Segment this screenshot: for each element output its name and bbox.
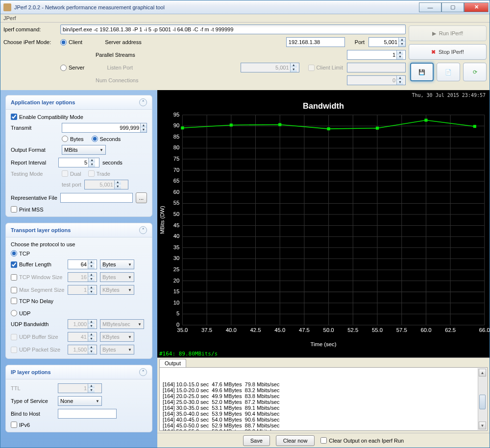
svg-text:25: 25 xyxy=(173,266,180,272)
enable-compat-checkbox[interactable]: Enable Compatibility Mode xyxy=(11,114,147,120)
maximize-button[interactable]: ▢ xyxy=(441,2,464,12)
export-icon-button[interactable]: 📄 xyxy=(437,63,460,81)
bytes-radio[interactable]: Bytes xyxy=(62,136,84,142)
buffer-length-checkbox[interactable]: Buffer Length xyxy=(11,261,65,268)
parallel-streams-spinner[interactable]: ▲▼ xyxy=(347,50,406,60)
num-connections-spinner: ▲▼ xyxy=(347,75,406,85)
tcp-window-checkbox[interactable]: TCP Window Size xyxy=(11,274,65,281)
svg-text:57.5: 57.5 xyxy=(396,327,407,333)
clear-now-button[interactable]: Clear now xyxy=(276,435,315,446)
iperf-command-field[interactable] xyxy=(60,24,406,34)
udp-radio[interactable]: UDP xyxy=(11,310,147,316)
svg-text:MBits (DW): MBits (DW) xyxy=(159,206,165,234)
stop-iperf-button[interactable]: ✖ Stop IPerf! xyxy=(409,44,487,60)
svg-text:55: 55 xyxy=(173,200,180,206)
svg-text:35.0: 35.0 xyxy=(177,327,188,333)
tos-label: Type of Service xyxy=(11,398,55,404)
print-mss-checkbox[interactable]: Print MSS xyxy=(11,206,147,212)
transport-layer-group: Transport layer options˄ Choose the prot… xyxy=(5,223,152,359)
scroll-thumb[interactable] xyxy=(479,395,486,409)
scroll-down-icon[interactable]: ▼ xyxy=(479,422,486,429)
svg-text:30: 30 xyxy=(173,255,180,261)
svg-text:40: 40 xyxy=(173,233,180,239)
tos-select[interactable]: None▼ xyxy=(58,396,102,406)
output-text[interactable]: [164] 10.0-15.0 sec 47.6 MBytes 79.8 Mbi… xyxy=(159,367,488,431)
output-save-button[interactable]: Save xyxy=(243,435,270,446)
svg-rect-75 xyxy=(473,125,476,128)
server-address-field[interactable] xyxy=(286,37,345,47)
svg-text:60.0: 60.0 xyxy=(420,327,431,333)
client-limit-checkbox: Client Limit xyxy=(308,65,343,71)
ttl-spinner: ▲▼ xyxy=(58,383,102,393)
svg-text:37.5: 37.5 xyxy=(201,327,212,333)
svg-text:95: 95 xyxy=(173,112,180,118)
collapse-toggle[interactable]: ˄ xyxy=(139,98,147,106)
client-radio[interactable]: Client xyxy=(60,39,82,46)
collapse-toggle[interactable]: ˄ xyxy=(139,226,147,234)
svg-text:Time (sec): Time (sec) xyxy=(311,341,337,347)
bind-host-field[interactable] xyxy=(58,409,117,419)
svg-text:60: 60 xyxy=(173,189,180,195)
svg-text:40.0: 40.0 xyxy=(226,327,237,333)
dual-checkbox: Dual xyxy=(62,170,81,177)
representative-file-field[interactable] xyxy=(60,193,133,203)
play-icon: ▶ xyxy=(432,30,436,37)
series-legend: #164: 89.80MBits/s xyxy=(157,350,490,357)
svg-text:15: 15 xyxy=(173,288,180,294)
close-button[interactable]: ✕ xyxy=(464,2,489,12)
svg-text:70: 70 xyxy=(173,167,180,173)
representative-file-label: Representative File xyxy=(11,195,57,201)
output-tab[interactable]: Output xyxy=(159,359,186,367)
testing-mode-label: Testing Mode xyxy=(11,171,59,177)
svg-rect-72 xyxy=(327,127,330,130)
output-scrollbar[interactable]: ▲ ▼ xyxy=(478,368,487,430)
chart-timestamp: Thu, 30 Jul 2015 23:49:57 xyxy=(157,90,490,100)
tcp-nodelay-checkbox[interactable]: TCP No Delay xyxy=(11,298,147,304)
max-segment-spinner: ▲▼ xyxy=(68,285,97,295)
tcp-window-unit: Bytes▼ xyxy=(100,272,134,282)
clear-each-run-checkbox[interactable]: Clear Output on each Iperf Run xyxy=(320,437,404,444)
tcp-radio[interactable]: TCP xyxy=(11,250,147,257)
svg-text:42.5: 42.5 xyxy=(250,327,261,333)
buffer-length-unit[interactable]: Bytes▼ xyxy=(100,259,134,269)
svg-text:75: 75 xyxy=(173,156,180,162)
svg-text:45.0: 45.0 xyxy=(274,327,285,333)
output-format-label: Output Format xyxy=(11,147,59,153)
group-title: Transport layer options xyxy=(11,227,71,233)
svg-text:90: 90 xyxy=(173,122,180,128)
window-title: JPerf 2.0.2 - Network performance measur… xyxy=(14,4,419,10)
svg-rect-73 xyxy=(376,127,379,130)
application-layer-group: Application layer options˄ Enable Compat… xyxy=(5,95,152,217)
save-icon-button[interactable]: 💾 xyxy=(410,63,434,81)
svg-rect-70 xyxy=(230,123,233,126)
bandwidth-chart: 0510152025303540455055606570758085909535… xyxy=(157,100,490,350)
refresh-icon-button[interactable]: ⟳ xyxy=(463,63,487,81)
browse-button[interactable]: ... xyxy=(136,192,147,203)
parallel-streams-label: Parallel Streams xyxy=(96,52,135,58)
udp-packet-spinner: ▲▼ xyxy=(68,345,97,354)
max-segment-unit: KBytes▼ xyxy=(100,285,134,295)
svg-text:65: 65 xyxy=(173,178,180,184)
seconds-radio[interactable]: Seconds xyxy=(92,136,121,142)
max-segment-checkbox[interactable]: Max Segment Size xyxy=(11,287,65,293)
svg-text:45: 45 xyxy=(173,222,180,228)
udp-bandwidth-spinner: ▲▼ xyxy=(68,319,97,329)
output-format-select[interactable]: MBits▼ xyxy=(62,145,106,155)
transmit-spinner[interactable]: ▲▼ xyxy=(62,123,147,133)
udp-packet-checkbox: UDP Packet Size xyxy=(11,347,65,353)
ipv6-checkbox[interactable]: IPv6 xyxy=(11,422,147,428)
port-spinner[interactable]: ▲▼ xyxy=(368,37,406,47)
collapse-toggle[interactable]: ˄ xyxy=(139,368,147,376)
listen-port-label: Listen Port xyxy=(107,65,133,71)
report-interval-label: Report Interval xyxy=(11,160,55,165)
svg-text:66.0: 66.0 xyxy=(479,327,490,333)
udp-packet-unit: Bytes▼ xyxy=(100,345,134,354)
run-iperf-button: ▶ Run IPerf! xyxy=(409,25,487,41)
app-icon xyxy=(3,3,11,11)
report-interval-spinner[interactable]: ▲▼ xyxy=(58,158,99,167)
server-radio[interactable]: Server xyxy=(60,65,84,71)
minimize-button[interactable]: — xyxy=(419,2,441,12)
listen-port-spinner: ▲▼ xyxy=(241,63,299,72)
scroll-up-icon[interactable]: ▲ xyxy=(479,369,486,377)
buffer-length-spinner[interactable]: ▲▼ xyxy=(68,259,97,269)
